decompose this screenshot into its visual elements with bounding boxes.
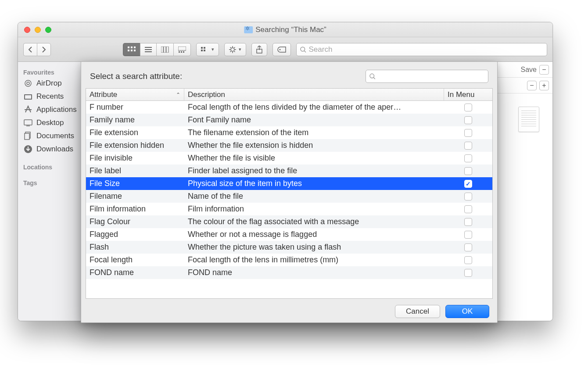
sidebar-item-desktop[interactable]: Desktop xyxy=(18,116,84,129)
cell-attribute: File invisible xyxy=(86,154,184,163)
table-body[interactable]: F numberFocal length of the lens divided… xyxy=(86,101,492,298)
cell-description: Whether the file extension is hidden xyxy=(184,141,444,150)
toolbar-search[interactable] xyxy=(296,43,547,56)
cell-in-menu xyxy=(444,256,492,264)
remove-criteria-button[interactable]: − xyxy=(539,65,549,75)
add-row-button[interactable]: + xyxy=(539,81,549,90)
table-row[interactable]: FlaggedWhether or not a message is flagg… xyxy=(86,228,492,241)
dialog-search-input[interactable] xyxy=(375,72,484,80)
table-row[interactable]: FilenameName of the file xyxy=(86,190,492,203)
sidebar-item-airdrop[interactable]: AirDrop xyxy=(18,77,84,90)
airdrop-icon xyxy=(23,79,33,88)
in-menu-checkbox[interactable] xyxy=(464,154,472,162)
sidebar-item-documents[interactable]: Documents xyxy=(18,129,84,143)
sidebar-item-label: Desktop xyxy=(36,118,64,127)
table-row[interactable]: FlashWhether the picture was taken using… xyxy=(86,241,492,254)
smart-folder-icon xyxy=(244,26,253,33)
sidebar-item-applications[interactable]: Applications xyxy=(18,103,84,116)
gallery-view-button[interactable] xyxy=(173,43,191,56)
cell-in-menu xyxy=(444,142,492,150)
ok-button[interactable]: OK xyxy=(445,305,489,318)
documents-icon xyxy=(23,131,33,141)
in-menu-checkbox[interactable] xyxy=(464,129,472,137)
column-view-button[interactable] xyxy=(156,43,173,56)
in-menu-checkbox[interactable] xyxy=(464,116,472,124)
column-header-description[interactable]: Description xyxy=(184,89,444,100)
chevron-down-icon: ▾ xyxy=(212,47,214,52)
icon-view-button[interactable] xyxy=(123,43,140,56)
maximize-window-button[interactable] xyxy=(45,27,51,33)
share-button[interactable] xyxy=(251,43,267,56)
table-row[interactable]: Film informationFilm information xyxy=(86,203,492,215)
table-row[interactable]: F numberFocal length of the lens divided… xyxy=(86,101,492,114)
table-row[interactable]: Focal lengthFocal length of the lens in … xyxy=(86,254,492,266)
cell-description: Whether the file is visible xyxy=(184,154,444,163)
in-menu-checkbox[interactable] xyxy=(464,193,472,200)
svg-rect-11 xyxy=(181,51,182,53)
sidebar-item-recents[interactable]: Recents xyxy=(18,90,84,103)
dialog-title: Select a search attribute: xyxy=(90,72,182,81)
forward-button[interactable] xyxy=(37,43,51,56)
table-row[interactable]: Flag ColourThe colour of the flag associ… xyxy=(86,215,492,228)
back-button[interactable] xyxy=(23,43,37,56)
close-window-button[interactable] xyxy=(24,27,30,33)
cell-description: Finder label assigned to the file xyxy=(184,166,444,175)
cell-attribute: File extension hidden xyxy=(86,141,184,150)
svg-rect-12 xyxy=(183,51,184,53)
action-button[interactable]: ▾ xyxy=(224,43,246,56)
cell-attribute: Filename xyxy=(86,192,184,201)
cell-in-menu xyxy=(444,269,492,277)
chevron-left-icon xyxy=(28,47,32,53)
svg-point-22 xyxy=(25,80,31,86)
save-search-button[interactable]: Save xyxy=(521,66,537,74)
cell-in-menu xyxy=(444,205,492,213)
in-menu-checkbox[interactable] xyxy=(464,142,472,150)
in-menu-checkbox[interactable] xyxy=(464,243,472,251)
table-row[interactable]: File labelFinder label assigned to the f… xyxy=(86,165,492,177)
sidebar-heading-locations: Locations xyxy=(18,161,84,172)
cancel-button[interactable]: Cancel xyxy=(395,305,440,318)
search-icon xyxy=(300,47,306,53)
table-row[interactable]: File invisibleWhether the file is visibl… xyxy=(86,152,492,165)
svg-rect-3 xyxy=(128,50,129,51)
svg-rect-1 xyxy=(131,47,133,48)
minimize-window-button[interactable] xyxy=(35,27,41,33)
tags-button[interactable] xyxy=(272,43,291,56)
cell-attribute: Film information xyxy=(86,204,184,214)
table-row[interactable]: File SizePhysical size of the item in by… xyxy=(86,177,492,190)
dialog-search[interactable] xyxy=(366,70,488,83)
cell-attribute: Flag Colour xyxy=(86,217,184,226)
toolbar-search-input[interactable] xyxy=(309,45,544,54)
nav-buttons xyxy=(23,43,51,56)
svg-rect-0 xyxy=(128,47,129,48)
gallery-icon xyxy=(178,47,186,53)
cell-in-menu xyxy=(444,243,492,251)
table-row[interactable]: Family nameFont Family name xyxy=(86,114,492,126)
sidebar-item-downloads[interactable]: Downloads xyxy=(18,143,84,156)
in-menu-checkbox[interactable] xyxy=(464,167,472,175)
cell-in-menu xyxy=(444,167,492,175)
group-by-button[interactable]: ▾ xyxy=(196,43,219,56)
column-header-attribute[interactable]: Attribute ⌃ xyxy=(86,89,184,100)
in-menu-checkbox[interactable] xyxy=(464,218,472,226)
in-menu-checkbox[interactable] xyxy=(464,256,472,264)
list-view-button[interactable] xyxy=(140,43,156,56)
table-row[interactable]: FOND nameFOND name xyxy=(86,266,492,279)
svg-rect-27 xyxy=(25,133,29,140)
cell-in-menu xyxy=(444,154,492,162)
table-row[interactable]: File extensionThe filename extension of … xyxy=(86,126,492,139)
result-item-thumbnail[interactable] xyxy=(518,107,539,132)
in-menu-checkbox[interactable] xyxy=(464,180,472,188)
remove-row-button[interactable]: − xyxy=(527,81,537,90)
sidebar-heading-tags: Tags xyxy=(18,177,84,187)
in-menu-checkbox[interactable] xyxy=(464,104,472,111)
dialog-footer: Cancel OK xyxy=(81,299,497,322)
in-menu-checkbox[interactable] xyxy=(464,269,472,277)
cell-attribute: File Size xyxy=(86,179,184,188)
in-menu-checkbox[interactable] xyxy=(464,231,472,239)
cell-description: Whether the picture was taken using a fl… xyxy=(184,243,444,252)
in-menu-checkbox[interactable] xyxy=(464,205,472,213)
svg-point-20 xyxy=(301,47,305,51)
table-row[interactable]: File extension hiddenWhether the file ex… xyxy=(86,139,492,152)
column-header-in-menu[interactable]: In Menu xyxy=(444,89,492,100)
